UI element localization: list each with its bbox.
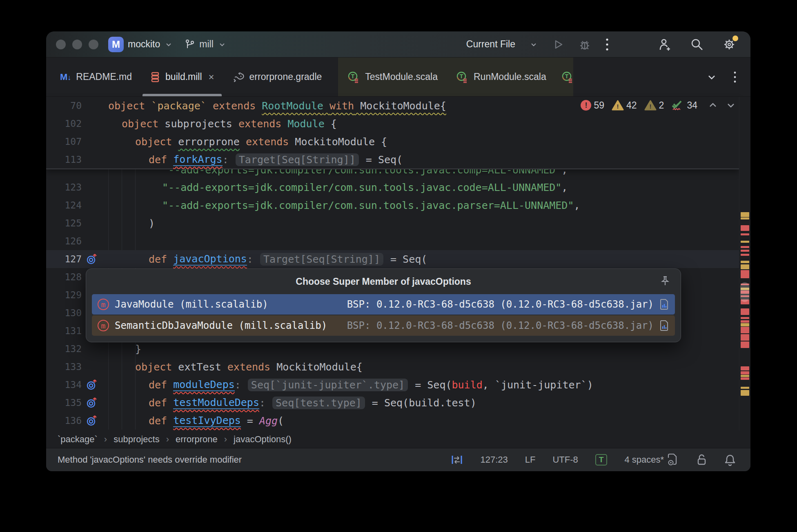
error-stripe-mark[interactable] xyxy=(741,341,749,348)
hidden-tabs-chevron-icon[interactable] xyxy=(706,72,717,82)
editor-tab-bar: M↓README.mdbuild.mill×errorprone.gradle … xyxy=(46,58,750,97)
code-text: def testIvyDeps = Agg( xyxy=(108,415,284,427)
file-encoding[interactable]: UTF-8 xyxy=(552,454,578,465)
code-line: "--add-exports=jdk.compiler/com.sun.tool… xyxy=(46,169,739,178)
code-line-125: 125) xyxy=(46,214,739,232)
error-stripe-mark[interactable] xyxy=(741,250,749,252)
error-stripe-mark[interactable] xyxy=(741,320,749,323)
error-stripe-mark[interactable] xyxy=(741,317,749,319)
svg-text:T: T xyxy=(351,73,355,80)
close-icon[interactable]: × xyxy=(209,71,214,83)
scala-test-icon: T xyxy=(561,71,573,84)
more-actions-kebab-icon[interactable] xyxy=(605,38,609,51)
lock-open-icon[interactable] xyxy=(696,454,707,466)
chevron-down-icon[interactable] xyxy=(529,40,538,49)
warning-stripe-mark[interactable] xyxy=(741,387,749,389)
notification-dot xyxy=(732,35,738,41)
warning-stripe-mark[interactable] xyxy=(741,375,749,377)
tab-testmodule-scala[interactable]: TTestModule.scala xyxy=(338,58,447,96)
override-icon[interactable] xyxy=(82,379,108,391)
run-configuration-selector[interactable]: Current File xyxy=(466,39,515,50)
caret-position[interactable]: 127:23 xyxy=(480,454,508,465)
close-window-button[interactable] xyxy=(56,40,66,49)
zoom-window-button[interactable] xyxy=(89,40,98,49)
chevron-down-icon[interactable] xyxy=(218,40,227,49)
warning-stripe-mark[interactable] xyxy=(741,261,749,263)
error-stripe-mark[interactable] xyxy=(741,225,749,231)
error-stripe-mark[interactable] xyxy=(741,377,749,380)
breadcrumb-item[interactable]: errorprone xyxy=(176,434,218,445)
warning-stripe-mark[interactable] xyxy=(741,212,749,217)
override-icon[interactable] xyxy=(82,397,108,409)
project-logo-icon: M xyxy=(108,37,124,52)
breadcrumb-item[interactable]: javacOptions() xyxy=(234,434,292,445)
vcs-branch-name[interactable]: mill xyxy=(199,39,214,50)
warning-stripe-mark[interactable] xyxy=(741,323,749,326)
error-stripe-mark[interactable] xyxy=(741,371,749,375)
line-separator[interactable]: LF xyxy=(525,454,536,465)
line-number: 107 xyxy=(46,136,82,147)
method-icon: m xyxy=(98,299,109,310)
type-aware-highlighting-badge[interactable]: T xyxy=(595,454,608,466)
line-number: 129 xyxy=(46,290,82,300)
warning-stripe-mark[interactable] xyxy=(741,241,749,243)
error-stripe-mark[interactable] xyxy=(741,327,749,333)
sticky-divider xyxy=(46,168,739,169)
error-stripe-mark[interactable] xyxy=(741,254,749,256)
code-text: object errorprone extends MockitoModule … xyxy=(108,136,387,148)
override-icon[interactable] xyxy=(82,253,108,265)
settings-gear-icon[interactable] xyxy=(722,37,737,52)
svg-text:T: T xyxy=(565,73,568,80)
super-member-option[interactable]: mSemanticDbJavaModule (mill.scalalib)BSP… xyxy=(92,315,675,336)
warning-stripe-mark[interactable] xyxy=(741,264,749,269)
breadcrumb-item[interactable]: `package` xyxy=(58,434,98,445)
line-number: 102 xyxy=(46,118,82,129)
error-stripe-scrollbar[interactable] xyxy=(739,97,750,431)
warning-stripe-mark[interactable] xyxy=(741,217,749,219)
tab-partial[interactable]: T xyxy=(555,58,573,96)
search-icon[interactable] xyxy=(690,38,704,51)
inspections-widget[interactable]: ! 59 ! 42 ! 2 34 xyxy=(581,99,736,111)
error-stripe-mark[interactable] xyxy=(741,366,749,370)
code-text: def javacOptions: Target[Seq[String]] = … xyxy=(108,253,427,266)
code-text: ) xyxy=(108,217,155,229)
super-member-option[interactable]: mJavaModule (mill.scalalib)BSP: 0.12.0-R… xyxy=(92,294,675,315)
error-icon[interactable]: ! xyxy=(581,100,591,111)
scrollbar-thumb[interactable] xyxy=(740,282,749,302)
indent-sync-icon[interactable] xyxy=(451,454,463,466)
tab-readme-md[interactable]: M↓README.md xyxy=(51,58,141,96)
error-stripe-mark[interactable] xyxy=(741,308,749,315)
error-stripe-mark[interactable] xyxy=(741,246,749,248)
warning-stripe-mark[interactable] xyxy=(741,390,749,396)
minimize-window-button[interactable] xyxy=(72,40,82,49)
breadcrumb-separator: › xyxy=(166,434,169,445)
code-line-126: 126 xyxy=(46,232,739,250)
debug-icon[interactable] xyxy=(578,38,591,51)
tab-options-kebab-icon[interactable] xyxy=(733,71,737,84)
code-with-me-add-user-icon[interactable] xyxy=(658,38,672,51)
next-problem-chevron-icon[interactable] xyxy=(726,100,736,110)
tab-runmodule-scala[interactable]: TRunModule.scala xyxy=(447,58,555,96)
error-stripe-mark[interactable] xyxy=(741,270,749,278)
checks-passed-icon[interactable] xyxy=(671,99,684,111)
editor-area[interactable]: "--add-exports=jdk.compiler/com.sun.tool… xyxy=(46,97,750,431)
code-style-file-gear-icon[interactable] xyxy=(667,453,679,466)
pin-icon[interactable] xyxy=(659,275,671,287)
mill-icon xyxy=(150,71,160,83)
project-name[interactable]: mockito xyxy=(128,39,160,50)
error-stripe-mark[interactable] xyxy=(741,334,749,341)
warning-icon[interactable]: ! xyxy=(612,100,624,111)
code-line-107: 107object errorprone extends MockitoModu… xyxy=(46,133,739,151)
chevron-down-icon[interactable] xyxy=(164,40,173,49)
weak-warning-icon[interactable]: ! xyxy=(644,100,657,111)
override-icon[interactable] xyxy=(82,415,108,427)
breadcrumb-item[interactable]: subprojects xyxy=(114,434,160,445)
tab-build-mill[interactable]: build.mill× xyxy=(141,58,223,96)
error-stripe-mark[interactable] xyxy=(741,233,749,235)
gutter xyxy=(82,169,108,178)
bell-icon[interactable] xyxy=(724,454,736,466)
previous-problem-chevron-icon[interactable] xyxy=(708,100,718,110)
tab-errorprone-gradle[interactable]: errorprone.gradle xyxy=(223,58,331,96)
run-icon[interactable] xyxy=(552,38,564,51)
indent-style[interactable]: 4 spaces* xyxy=(624,454,664,465)
